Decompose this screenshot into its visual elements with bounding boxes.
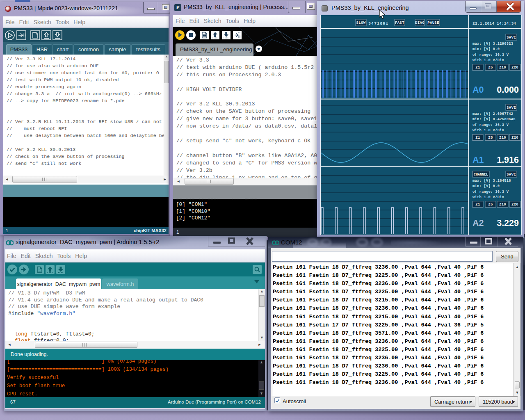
svg-text:34718Hz: 34718Hz [368,21,389,26]
svg-text:with 1.0 V/Div: with 1.0 V/Div [472,58,504,62]
svg-text:PAUSE: PAUSE [427,21,439,25]
svg-text:max: [V] 3.2290323: max: [V] 3.2290323 [472,42,513,46]
svg-text:3.229: 3.229 [497,218,519,228]
svg-text:A1: A1 [472,155,484,165]
svg-text:min: [V] 0.42580646: min: [V] 0.42580646 [472,117,516,121]
svg-text:A2: A2 [472,218,484,228]
svg-text:max: [V] 2.6967742: max: [V] 2.6967742 [472,112,513,116]
svg-text:Z20: Z20 [511,203,518,207]
svg-text:Z1: Z1 [475,136,480,140]
svg-text:SAVE: SAVE [507,36,516,40]
svg-text:DIAG: DIAG [415,21,425,25]
svg-text:Z1: Z1 [475,203,480,207]
svg-text:of range: 36.3 V: of range: 36.3 V [472,123,509,127]
svg-text:Z1: Z1 [475,66,480,70]
svg-text:A0: A0 [472,85,484,95]
svg-text:Z10: Z10 [499,203,506,207]
svg-text:Z10: Z10 [499,136,506,140]
svg-text:of range: 36.3 V: of range: 36.3 V [472,53,509,57]
svg-text:1.916: 1.916 [497,155,519,165]
svg-text:min: [V] 0.0: min: [V] 0.0 [472,47,500,51]
svg-text:Z5: Z5 [488,136,493,140]
svg-text:with 1.0 V/Div: with 1.0 V/Div [472,128,504,132]
svg-text:min: [V] 0.0: min: [V] 0.0 [472,184,500,188]
svg-text:Z20: Z20 [511,66,518,70]
svg-text:Z10: Z10 [499,66,506,70]
svg-text:0.000: 0.000 [497,85,519,95]
svg-text:SAVE: SAVE [507,173,516,177]
svg-text:Z5: Z5 [488,203,493,207]
svg-text:max: [V] 3.264516: max: [V] 3.264516 [472,179,511,183]
svg-text:Z5: Z5 [488,66,493,70]
svg-text:SLOW: SLOW [356,21,366,25]
svg-text:of range: 36.3 V: of range: 36.3 V [472,190,509,194]
svg-text:22.1.2014 14:14:34: 22.1.2014 14:14:34 [472,21,516,26]
svg-text:FAST: FAST [395,21,404,25]
svg-text:Z20: Z20 [511,136,518,140]
svg-text:with 1.0 V/Div: with 1.0 V/Div [472,195,504,199]
svg-text:CHANNEL: CHANNEL [474,173,488,176]
svg-text:SAVE: SAVE [507,106,516,110]
